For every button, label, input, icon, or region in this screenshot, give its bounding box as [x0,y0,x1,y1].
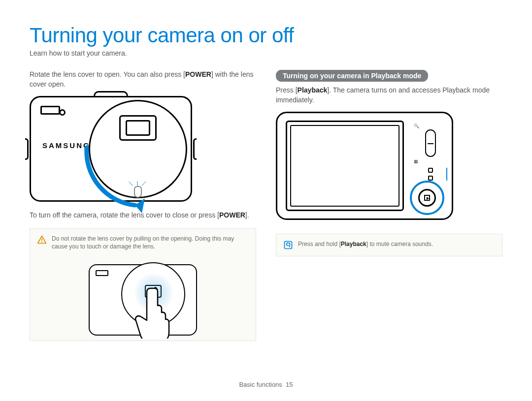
page-title: Turning your camera on or off [30,24,502,47]
zoom-in-icon: 🔍 [414,123,441,128]
info-icon [283,240,293,250]
power-label: POWER [185,70,211,78]
power-label: POWER [219,211,245,219]
tip-box: Press and hold [Playback] to mute camera… [276,234,502,256]
text: ]. [245,211,249,219]
text: ] to mute camera sounds. [366,241,433,247]
zoom-out-icon: ▦ [414,159,441,164]
rotate-arrow-icon [77,140,180,214]
caution-box: Do not rotate the lens cover by pulling … [30,228,256,341]
side-buttons: 🔍 ▦ [420,123,441,184]
warning-icon [37,235,47,245]
tip-text: Press and hold [Playback] to mute camera… [298,240,495,248]
camera-front-illustration: SAMSUNG ＼ | ／ [30,96,256,202]
playback-instruction: Press [Playback]. The camera turns on an… [276,86,502,105]
footer-page-number: 15 [286,381,293,388]
lcd-screen-icon [286,121,404,211]
mode-button-icon [428,176,433,181]
playback-label: Playback [298,86,328,94]
playback-button-callout [410,181,444,215]
left-column: Rotate the lens cover to open. You can a… [30,70,256,341]
caution-illustration [89,259,197,336]
footer-section: Basic functions [239,381,282,388]
svg-marker-0 [135,198,145,213]
manual-page: Turning your camera on or off Learn how … [0,0,532,401]
playback-label: Playback [341,241,366,247]
mode-button-icon [428,168,433,173]
text: Rotate the lens cover to open. You can a… [30,70,185,78]
text: Press [ [276,86,298,94]
caution-text: Do not rotate the lens cover by pulling … [52,235,249,250]
svg-point-2 [41,242,42,243]
page-subtitle: Learn how to start your camera. [30,49,502,57]
playback-button-icon [418,189,436,207]
right-column: Turning on your camera in Playback mode … [276,70,502,341]
zoom-rocker-icon [425,129,436,157]
section-heading-pill: Turning on your camera in Playback mode [276,70,428,82]
text: Press and hold [ [298,241,341,247]
page-footer: Basic functions 15 [0,381,532,388]
camera-back-illustration: 🔍 ▦ [276,112,502,220]
rotate-open-instruction: Rotate the lens cover to open. You can a… [30,70,256,89]
hand-icon [133,284,177,339]
two-column-layout: Rotate the lens cover to open. You can a… [30,70,502,341]
